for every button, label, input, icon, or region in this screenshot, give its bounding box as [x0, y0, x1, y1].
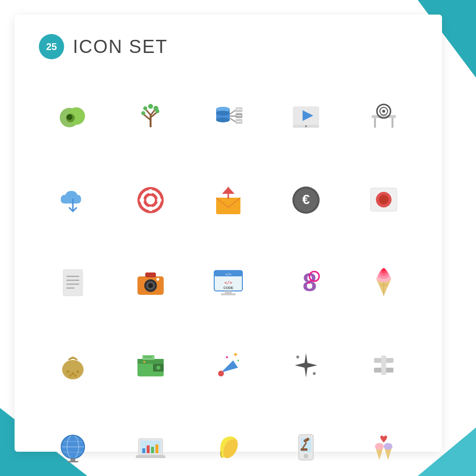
header: 25 ICON SET [39, 34, 418, 59]
svg-point-133 [384, 443, 392, 450]
page-title: ICON SET [73, 36, 168, 57]
svg-text:✦: ✦ [237, 358, 240, 363]
icon-mobile-law [284, 426, 328, 470]
svg-point-86 [62, 360, 84, 379]
icon-euro: € [284, 178, 328, 222]
svg-point-16 [216, 118, 230, 122]
svg-point-12 [153, 106, 158, 111]
svg-point-18 [216, 111, 230, 116]
svg-point-65 [148, 283, 153, 288]
svg-point-129 [304, 454, 308, 458]
svg-text:·: · [229, 359, 230, 364]
svg-rect-120 [142, 448, 145, 453]
svg-line-5 [143, 114, 151, 120]
svg-point-91 [74, 374, 77, 377]
icon-cell-money-bag [39, 331, 107, 399]
icon-cell-party: ✦ ✦ ✦ · [194, 331, 262, 399]
icon-analytics [129, 426, 172, 470]
icon-cell-number-8: 8 [272, 249, 340, 317]
icon-code-monitor: </> </> CODE [206, 261, 250, 305]
icon-cell-analytics [117, 414, 185, 476]
icon-cell-document [39, 249, 107, 317]
svg-rect-109 [381, 356, 386, 375]
svg-point-98 [143, 361, 145, 363]
icon-database-flow [206, 96, 250, 139]
svg-point-37 [382, 110, 385, 113]
icon-cell-mobile-law [272, 414, 340, 476]
svg-line-7 [146, 109, 151, 115]
icon-cell-code-monitor: </> </> CODE [194, 249, 262, 317]
icon-sparkle [284, 343, 328, 387]
icon-cell-send-mail [194, 166, 262, 234]
svg-text:CODE: CODE [223, 286, 234, 289]
icon-party: ✦ ✦ ✦ · [206, 343, 250, 387]
svg-rect-121 [147, 445, 150, 453]
svg-point-11 [143, 106, 147, 110]
svg-point-55 [379, 195, 389, 204]
icon-cell-video-play [272, 84, 340, 152]
icon-cell-avocado [39, 84, 107, 152]
icon-cell-banana [194, 414, 262, 476]
svg-rect-33 [374, 118, 376, 128]
icon-grid: € [39, 84, 418, 476]
svg-line-19 [230, 110, 236, 114]
svg-point-87 [67, 370, 69, 373]
icon-cell-wallet [117, 331, 185, 399]
icon-divider [362, 343, 406, 387]
icon-cell-ice-cream-love [350, 414, 418, 476]
icon-cell-media-control [350, 166, 418, 234]
icon-cell-ice-cream [350, 249, 418, 317]
icon-cell-cloud-download [39, 166, 107, 234]
svg-point-66 [156, 278, 159, 281]
svg-rect-96 [142, 355, 154, 360]
svg-rect-73 [221, 293, 236, 295]
svg-point-88 [71, 372, 74, 375]
icon-target-table [362, 96, 406, 139]
svg-text:✦: ✦ [225, 355, 229, 360]
svg-point-90 [69, 374, 72, 377]
svg-text:</>: </> [224, 280, 233, 285]
svg-line-21 [230, 118, 236, 122]
svg-point-100 [218, 371, 224, 376]
svg-rect-72 [225, 291, 232, 293]
svg-point-95 [156, 366, 160, 370]
icon-cell-divider [350, 331, 418, 399]
svg-rect-56 [63, 270, 83, 296]
icon-avocado [51, 96, 95, 139]
icon-ice-cream-love [362, 426, 406, 470]
icon-media-control [362, 178, 406, 222]
icon-cell-camera [117, 249, 185, 317]
svg-rect-62 [145, 272, 156, 277]
icon-globe [51, 426, 95, 470]
svg-rect-128 [301, 448, 307, 451]
icon-cell-lifesaver [117, 166, 185, 234]
svg-rect-34 [391, 118, 393, 128]
svg-rect-22 [236, 107, 242, 112]
svg-point-105 [296, 356, 299, 358]
icon-tree [129, 96, 172, 139]
icon-banana [206, 426, 250, 470]
icon-cell-tree [117, 84, 185, 152]
badge-number: 25 [39, 34, 64, 59]
svg-text:✦: ✦ [233, 351, 238, 358]
icon-lifesaver [129, 178, 172, 222]
main-card: 25 ICON SET [15, 15, 442, 452]
svg-point-106 [313, 372, 316, 375]
icon-cell-sparkle [272, 331, 340, 399]
svg-point-132 [375, 443, 384, 450]
svg-point-3 [67, 114, 72, 120]
icon-cell-euro: € [272, 166, 340, 234]
svg-text:€: € [302, 192, 310, 207]
icon-send-mail [206, 178, 250, 222]
svg-point-9 [141, 111, 145, 115]
svg-point-46 [145, 194, 156, 206]
icon-wallet [129, 343, 172, 387]
icon-number-8: 8 [284, 261, 328, 305]
svg-rect-117 [68, 461, 78, 462]
icon-cell-target-table [350, 84, 418, 152]
svg-point-31 [305, 125, 307, 127]
svg-point-85 [382, 268, 385, 271]
icon-cloud-download [51, 178, 95, 222]
icon-camera [129, 261, 172, 305]
icon-cell-database-flow [194, 84, 262, 152]
